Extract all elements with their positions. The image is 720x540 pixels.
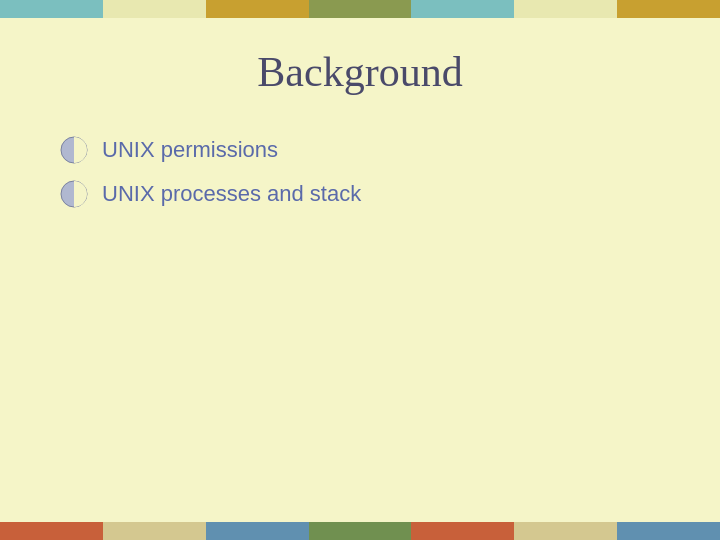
bottom-bar-segment [411,522,514,540]
bottom-bar-segment [206,522,309,540]
top-bar-segment [514,0,617,18]
bottom-bar-segment [309,522,412,540]
bottom-bar-segment [514,522,617,540]
bullet-icon-2 [60,180,88,208]
bottom-bar-segment [0,522,103,540]
bottom-bar-segment [617,522,720,540]
top-bar-segment [103,0,206,18]
top-bar [0,0,720,18]
list-item: UNIX permissions [60,136,361,164]
top-bar-segment [309,0,412,18]
bottom-bar [0,522,720,540]
list-item: UNIX processes and stack [60,180,361,208]
bullet-icon-1 [60,136,88,164]
slide-content: Background UNIX permissions [0,18,720,522]
top-bar-segment [411,0,514,18]
bullet-list: UNIX permissions UNIX processes and stac… [60,136,361,224]
bottom-bar-segment [103,522,206,540]
top-bar-segment [617,0,720,18]
slide-title: Background [60,48,660,96]
bullet-text-2: UNIX processes and stack [102,181,361,207]
bullet-text-1: UNIX permissions [102,137,278,163]
top-bar-segment [206,0,309,18]
top-bar-segment [0,0,103,18]
